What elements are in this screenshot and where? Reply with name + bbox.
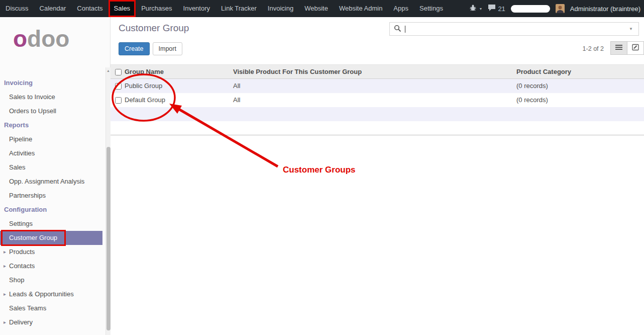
empty-row [111,107,644,121]
search-input[interactable] [405,24,627,34]
sidebar-item-label: Settings [9,220,33,227]
debug-menu[interactable]: ▼ [469,4,482,13]
scroll-up-icon[interactable]: ▲ [106,67,111,72]
chat-bubble-icon [488,4,496,13]
messages-button[interactable]: 21 [488,4,505,13]
cell-group-name[interactable]: Default Group [123,93,231,107]
sidebar-item-leads-opportunities[interactable]: ▸Leads & Opportunities [0,287,102,301]
section-header-reports: Reports [0,118,102,132]
pager-text: 1-2 of 2 [583,45,604,52]
search-bar[interactable]: ▼ [389,22,639,36]
menu-purchases[interactable]: Purchases [136,0,177,17]
table-row[interactable]: Public Group All (0 records) [111,79,644,93]
search-dropdown-icon[interactable]: ▼ [627,26,634,32]
sidebar-item-sales-teams[interactable]: Sales Teams [0,301,102,315]
menu-contacts[interactable]: Contacts [71,0,108,17]
menu-link-tracker[interactable]: Link Tracker [216,0,262,17]
caret-down-icon: ▼ [479,7,482,11]
sidebar-scrollbar[interactable]: ▲ [105,67,111,335]
search-icon [394,25,401,34]
menu-inventory[interactable]: Inventory [178,0,216,17]
row-checkbox[interactable] [115,83,122,90]
button-row: Create Import [119,42,182,55]
sidebar: odoo Invoicing Sales to Invoice Orders t… [0,17,111,335]
menu-discuss[interactable]: Discuss [0,0,34,17]
sidebar-item-contacts[interactable]: ▸Contacts [0,259,102,273]
bug-icon [469,4,477,13]
sidebar-item-label: Sales Teams [9,304,46,312]
caret-right-icon: ▸ [4,245,6,259]
odoo-logo[interactable]: odoo [0,17,110,76]
section-header-invoicing: Invoicing [0,76,102,90]
menu-settings[interactable]: Settings [414,0,449,17]
user-menu[interactable]: Administrator (braintree) [570,5,640,13]
import-button[interactable]: Import [153,42,182,55]
cell-visible-product[interactable]: All [231,79,514,93]
sidebar-item-shop[interactable]: Shop [0,273,102,287]
sidebar-item-label: Shop [9,276,24,284]
table-header-row: Group Name Visible Product For This Cust… [111,65,644,79]
row-select-cell [111,79,123,93]
logo-rest: doo [27,26,69,52]
sidebar-item-label: Sales [9,163,26,171]
row-select-cell [111,93,123,107]
row-checkbox[interactable] [115,97,122,104]
list-view: Group Name Visible Product For This Cust… [111,64,644,135]
menu-apps[interactable]: Apps [388,0,414,17]
scrollbar-thumb[interactable] [106,147,111,330]
sidebar-item-label: Sales to Invoice [9,93,55,101]
column-header-group-name[interactable]: Group Name [123,65,231,79]
sidebar-item-partnerships[interactable]: Partnerships [0,189,102,203]
sidebar-item-sales[interactable]: Sales [0,160,102,175]
sidebar-item-customer-group[interactable]: Customer Group [0,231,102,245]
section-header-configuration: Configuration [0,203,102,217]
sidebar-item-products[interactable]: ▸Products [0,245,102,259]
menu-sales[interactable]: Sales [109,0,136,17]
cell-group-name[interactable]: Public Group [123,79,231,93]
caret-right-icon: ▸ [4,287,6,301]
cell-visible-product[interactable]: All [231,93,514,107]
menu-website[interactable]: Website [299,0,334,17]
sidebar-item-label: Contacts [9,262,35,270]
menu-invoicing[interactable]: Invoicing [262,0,299,17]
progress-indicator [511,5,550,13]
cell-product-category[interactable]: (0 records) [514,79,644,93]
page-title: Customer Group [119,23,189,34]
sidebar-item-label: Customer Group [9,234,57,241]
sidebar-item-label: Activities [9,149,35,157]
sidebar-item-delivery[interactable]: ▸Delivery [0,315,102,329]
cell-product-category[interactable]: (0 records) [514,93,644,107]
message-count: 21 [498,5,505,13]
sidebar-item-opp-assignment-analysis[interactable]: Opp. Assignment Analysis [0,175,102,189]
caret-right-icon: ▸ [4,259,6,273]
logo-accent: o [13,26,27,52]
list-view-icon [615,44,622,52]
sidebar-item-label: Partnerships [9,192,46,199]
sidebar-item-label: Opp. Assignment Analysis [9,178,84,185]
table-row[interactable]: Default Group All (0 records) [111,93,644,107]
sidebar-item-label: Products [9,248,35,256]
sidebar-item-label: Orders to Upsell [9,107,56,115]
column-header-product-category[interactable]: Product Category [514,65,644,79]
caret-right-icon: ▸ [4,315,6,329]
topbar: Discuss Calendar Contacts Sales Purchase… [0,0,644,17]
menu-calendar[interactable]: Calendar [34,0,72,17]
logo-text: odoo [13,26,69,52]
sidebar-item-pipeline[interactable]: Pipeline [0,132,102,146]
form-view-icon [632,44,639,52]
create-button[interactable]: Create [119,42,150,55]
menu-website-admin[interactable]: Website Admin [334,0,388,17]
form-view-button[interactable] [627,41,644,55]
select-all-checkbox[interactable] [115,69,122,75]
sidebar-item-sales-to-invoice[interactable]: Sales to Invoice [0,90,102,104]
empty-row [111,121,644,135]
sidebar-item-settings[interactable]: Settings [0,217,102,231]
list-view-button[interactable] [610,41,627,55]
sidebar-item-orders-to-upsell[interactable]: Orders to Upsell [0,104,102,118]
column-header-visible-product[interactable]: Visible Product For This Customer Group [231,65,514,79]
main-content: Customer Group ▼ Create Import 1-2 of 2 [111,17,644,335]
sidebar-item-activities[interactable]: Activities [0,146,102,160]
sidebar-nav: Invoicing Sales to Invoice Orders to Ups… [0,76,102,329]
customer-group-table: Group Name Visible Product For This Cust… [111,64,644,135]
user-avatar[interactable] [556,4,565,13]
